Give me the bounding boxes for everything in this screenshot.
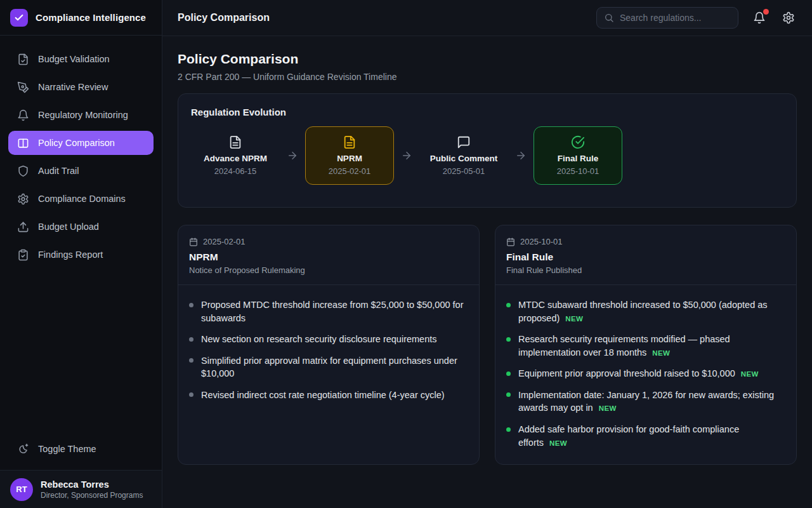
sidebar-item-policy-comparison[interactable]: Policy Comparison — [8, 131, 154, 155]
sidebar-spacer — [0, 267, 162, 437]
bullet-dot — [189, 358, 193, 363]
file-text-icon — [228, 135, 242, 149]
sidebar-item-findings-report[interactable]: Findings Report — [8, 243, 154, 267]
bullet-dot — [506, 427, 511, 432]
final-rule-card: 2025-10-01 Final Rule Final Rule Publish… — [495, 225, 797, 465]
moon-icon — [16, 443, 29, 455]
avatar: RT — [10, 478, 33, 501]
bell-icon — [16, 109, 29, 121]
bullet-dot — [189, 337, 193, 342]
new-badge: NEW — [549, 439, 567, 447]
list-item: Implementation date: January 1, 2026 for… — [506, 389, 785, 415]
stage-date: 2025-02-01 — [329, 166, 371, 176]
pen-tool-icon — [16, 81, 29, 93]
check-circle-icon — [571, 135, 585, 149]
bullet-text: MTDC subaward threshold increased to $50… — [518, 300, 768, 323]
top-bar-title: Policy Comparison — [178, 12, 270, 23]
card-date: 2025-10-01 — [520, 237, 563, 246]
stage-date: 2025-10-01 — [557, 166, 599, 176]
theme-toggle-button[interactable]: Toggle Theme — [8, 437, 154, 461]
list-item: Added safe harbor provision for good-fai… — [506, 423, 785, 449]
card-body: MTDC subaward threshold increased to $50… — [495, 285, 796, 464]
timeline-stage-advance-nprm[interactable]: Advance NPRM 2024-06-15 — [191, 126, 280, 185]
bullet-text: Research security requirements modified … — [518, 334, 730, 358]
card-header: 2025-02-01 NPRM Notice of Proposed Rulem… — [178, 225, 479, 285]
page-title: Policy Comparison — [178, 51, 797, 67]
page-subtitle: 2 CFR Part 200 — Uniform Guidance Revisi… — [178, 72, 797, 82]
user-info: Rebecca Torres Director, Sponsored Progr… — [41, 479, 143, 500]
notifications-button[interactable] — [751, 10, 768, 26]
brand: Compliance Intelligence — [0, 0, 162, 36]
new-badge: NEW — [652, 349, 670, 357]
theme-toggle-label: Toggle Theme — [38, 444, 96, 454]
new-badge: NEW — [565, 315, 583, 323]
bullet-text: Proposed MTDC threshold increase from $2… — [201, 300, 463, 323]
card-title: NPRM — [189, 251, 468, 263]
sidebar-item-label: Findings Report — [38, 250, 103, 260]
shield-icon — [16, 164, 29, 177]
nprm-card: 2025-02-01 NPRM Notice of Proposed Rulem… — [178, 225, 480, 465]
upload-icon — [16, 220, 29, 233]
new-badge: NEW — [599, 404, 617, 412]
list-item: Revised indirect cost rate negotiation t… — [189, 389, 468, 402]
sidebar-item-label: Compliance Domains — [38, 194, 126, 204]
list-item: New section on research security disclos… — [189, 333, 468, 346]
bullet-dot — [506, 371, 511, 376]
stage-label: Advance NPRM — [204, 154, 267, 163]
card-header: 2025-10-01 Final Rule Final Rule Publish… — [495, 225, 796, 285]
app-logo-check-icon — [10, 9, 28, 27]
stage-date: 2025-05-01 — [443, 166, 485, 176]
sidebar-item-label: Regulatory Monitoring — [38, 110, 128, 120]
stage-label: Public Comment — [430, 154, 498, 163]
sidebar-item-label: Policy Comparison — [38, 138, 115, 148]
top-bar-actions — [596, 7, 797, 29]
notification-dot — [763, 9, 769, 15]
sidebar-item-budget-validation[interactable]: Budget Validation — [8, 47, 154, 71]
sidebar-item-label: Narrative Review — [38, 82, 108, 92]
timeline-stages: Advance NPRM 2024-06-15 NPRM 2025-02-01 — [191, 126, 783, 185]
list-item: Equipment prior approval threshold raise… — [506, 367, 785, 380]
list-item: Proposed MTDC threshold increase from $2… — [189, 298, 468, 324]
card-subtitle: Final Rule Published — [506, 265, 785, 275]
stage-date: 2024-06-15 — [214, 166, 257, 176]
gear-icon — [782, 11, 795, 24]
sidebar-item-budget-upload[interactable]: Budget Upload — [8, 215, 154, 239]
page-content: Policy Comparison 2 CFR Part 200 — Unifo… — [162, 36, 812, 508]
arrow-right-icon — [280, 150, 305, 161]
panel-title: Regulation Evolution — [191, 107, 783, 117]
bullet-dot — [189, 303, 193, 307]
sidebar-item-label: Budget Upload — [38, 222, 99, 232]
stage-label: NPRM — [337, 154, 362, 163]
card-subtitle: Notice of Proposed Rulemaking — [189, 265, 468, 275]
bullet-text: Implementation date: January 1, 2026 for… — [518, 390, 774, 413]
file-text-icon — [343, 135, 357, 149]
sidebar-item-label: Budget Validation — [38, 54, 110, 64]
sidebar-item-label: Audit Trail — [38, 166, 79, 176]
bullet-text: Equipment prior approval threshold raise… — [518, 368, 735, 378]
card-date-row: 2025-10-01 — [506, 237, 785, 246]
search-input[interactable] — [620, 13, 731, 23]
sidebar-item-compliance-domains[interactable]: Compliance Domains — [8, 187, 154, 211]
sidebar-item-regulatory-monitoring[interactable]: Regulatory Monitoring — [8, 103, 154, 127]
search-box[interactable] — [596, 7, 738, 29]
app-title: Compliance Intelligence — [36, 12, 146, 23]
list-item: Simplified prior approval matrix for equ… — [189, 354, 468, 380]
settings-button[interactable] — [780, 10, 797, 26]
arrow-right-icon — [394, 150, 419, 161]
list-item: Research security requirements modified … — [506, 333, 785, 359]
sidebar-item-audit-trail[interactable]: Audit Trail — [8, 159, 154, 183]
timeline-stage-nprm[interactable]: NPRM 2025-02-01 — [305, 126, 394, 185]
main-area: Policy Comparison — [162, 0, 812, 508]
timeline-stage-public-comment[interactable]: Public Comment 2025-05-01 — [419, 126, 508, 185]
calendar-icon — [189, 237, 198, 246]
timeline-stage-final-rule[interactable]: Final Rule 2025-10-01 — [534, 126, 622, 185]
sidebar-item-narrative-review[interactable]: Narrative Review — [8, 75, 154, 99]
user-profile[interactable]: RT Rebecca Torres Director, Sponsored Pr… — [0, 470, 162, 508]
card-body: Proposed MTDC threshold increase from $2… — [178, 285, 479, 417]
card-date: 2025-02-01 — [203, 237, 246, 246]
top-bar: Policy Comparison — [162, 0, 812, 36]
search-icon — [604, 13, 614, 23]
bullet-text: New section on research security disclos… — [201, 334, 437, 344]
stage-label: Final Rule — [558, 154, 599, 163]
bullet-text: Simplified prior approval matrix for equ… — [201, 356, 457, 379]
